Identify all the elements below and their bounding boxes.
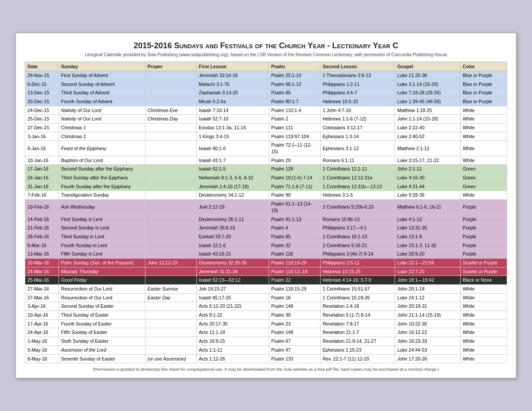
table-cell: White [460,115,507,124]
table-cell: Second Sunday of Advent [59,80,145,89]
table-cell: Luke 21:25-36 [395,71,460,80]
table-cell: Colossians 3:12-17 [320,123,395,132]
table-row: 25-Dec-15Nativity of Our LordChristmas D… [25,115,507,124]
main-title: 2015-2016 Sundays and Festivals of the C… [25,41,507,50]
table-cell: Purple [460,232,507,241]
table-cell: John 10:22-30 [395,319,460,328]
table-cell: Baptism of Our Lord [59,156,145,165]
table-cell: Philippians 4:4-7 [320,89,395,97]
table-cell: White [460,311,507,320]
table-cell: Luke 4:16-30 [395,174,460,182]
table-cell: 2 Corinthians 5:20b-6:10 [320,200,395,215]
subtitle: Liturgical Calendar provided by Sola Pub… [25,52,507,57]
table-cell: Hebrews 10:5-10 [320,97,395,106]
table-cell: 1 Corinthians 12:12-31a [320,174,395,182]
table-cell: 17-Jan-16 [25,165,59,174]
col-header-first: First Lesson [196,62,269,71]
table-cell: Luke 9:28-36 [395,191,460,200]
table-cell: Hebrews 4:14-16; 5:7-9 [320,276,395,285]
table-cell: Luke 13:31-35 [395,224,460,233]
table-cell: Black or None [460,276,507,285]
table-cell: 25-Mar-16 [25,276,59,285]
table-cell [145,174,196,182]
table-cell: White [460,354,507,363]
table-cell [145,80,196,89]
table-cell [145,319,196,328]
table-row: 6-Mar-16Fourth Sunday in LentIsaiah 12:1… [25,241,507,250]
table-row: 17-Jan-16Second Sunday after the Epiphan… [25,165,507,174]
table-cell: Revelation 21:1-7 [320,328,395,337]
table-cell: Green [460,174,507,182]
table-cell: Matthew 1:18-25 [395,106,460,115]
table-cell [145,141,196,156]
table-cell: Luke 24:44-53 [395,345,460,354]
table-cell: Ezekiel 33:7-20 [196,232,269,241]
table-cell: Jeremiah 1:4-10 (17-19) [196,182,269,191]
table-cell: 20-Mar-16 [25,258,59,267]
table-cell: Revelation 21:9-14, 21-27 [320,337,395,346]
table-cell: 24-Jan-16 [25,174,59,182]
table-cell: Purple [460,200,507,215]
table-cell: Acts 5:12-20 (21-32) [196,302,269,311]
table-row: 27-Mar-16Resurrection of Our LordEaster … [25,293,507,302]
table-cell: Isaiah 7:10-14 [196,106,269,115]
table-cell: 1 Corinthians 15:51-57 [320,285,395,294]
table-cell: White [460,337,507,346]
col-header-color: Color [460,62,507,71]
table-cell [145,250,196,259]
table-cell: 5-May-16 [25,345,59,354]
table-row: 5-May-16Ascension of the LordActs 1:1-11… [25,345,507,354]
table-row: 20-Dec-15Fourth Sunday of AdventMicah 5:… [25,97,507,106]
table-cell: Malachi 3:1-7b [196,80,269,89]
table-cell: White [460,132,507,141]
table-cell: Nehemiah 8:1-3, 5-6, 8-10 [196,174,269,182]
table-cell: Fourth Sunday of Easter [59,319,145,328]
table-cell: Acts 16:9-15 [196,337,269,346]
col-header-sunday: Sunday [59,62,145,71]
table-cell: Resurrection of Our Lord [59,293,145,302]
table-cell: Green [460,165,507,174]
table-cell [145,337,196,346]
table-cell [145,200,196,215]
table-cell: Scarlet or Purple [460,258,507,267]
table-cell: Psalm 19:(1-6) 7-14 [269,174,320,182]
table-cell: 28-Feb-16 [25,232,59,241]
table-cell: Acts 20:17-35 [196,319,269,328]
table-cell: Purple [460,241,507,250]
table-cell [145,241,196,250]
table-row: 1-May-16Sixth Sunday of EasterActs 16:9-… [25,337,507,346]
table-cell: Psalm 51:1–13 (14-19) [269,200,320,215]
table-row: 24-Mar-16Maundy ThursdayJeremiah 31:31-3… [25,267,507,276]
table-cell: Psalm 80:1-7 [269,97,320,106]
table-cell: Psalm 118:19-29 [269,258,320,267]
table-cell: Christmas Day [145,115,196,124]
table-cell: Romans 6:1-11 [320,156,395,165]
table-cell [145,182,196,191]
table-cell: Revelation 7:9-17 [320,319,395,328]
table-cell: John 16:23-33 [395,337,460,346]
table-cell: John 18:1—19:42 [395,276,460,285]
table-cell: 24-Apr-16 [25,328,59,337]
table-cell: Third Sunday in Lent [59,232,145,241]
table-cell: Luke 3:1-14 (15-20) [395,80,460,89]
table-cell: John 20:1-18 [395,285,460,294]
table-cell: Green [460,182,507,191]
table-cell: John 1:1-14 (15-18) [395,115,460,124]
table-cell: Luke 2:40-52 [395,132,460,141]
table-cell [145,123,196,132]
table-cell: Second Sunday after the Epiphany [59,165,145,174]
table-cell: Christmas 2 [59,132,145,141]
table-cell: Fourth Sunday of Advent [59,97,145,106]
table-cell: Jeremiah 31:31-34 [196,267,269,276]
table-cell: 31-Jan-16 [25,182,59,191]
table-cell: Psalm 25:1-10 [269,71,320,80]
table-cell: Zephaniah 3:14-20 [196,89,269,97]
table-cell: Luke 4:1-13 [395,215,460,224]
table-cell: First Sunday in Lent [59,215,145,224]
table-cell: 17-Apr-16 [25,319,59,328]
table-cell: Jeremiah 26:8-15 [196,224,269,233]
table-cell: Psalm 99 [269,191,320,200]
table-row: 27-Mar-16Resurrection of Our LordEaster … [25,285,507,294]
table-cell: 8-May-16 [25,354,59,363]
table-cell: Psalm 71:1-6 (7-11) [269,182,320,191]
